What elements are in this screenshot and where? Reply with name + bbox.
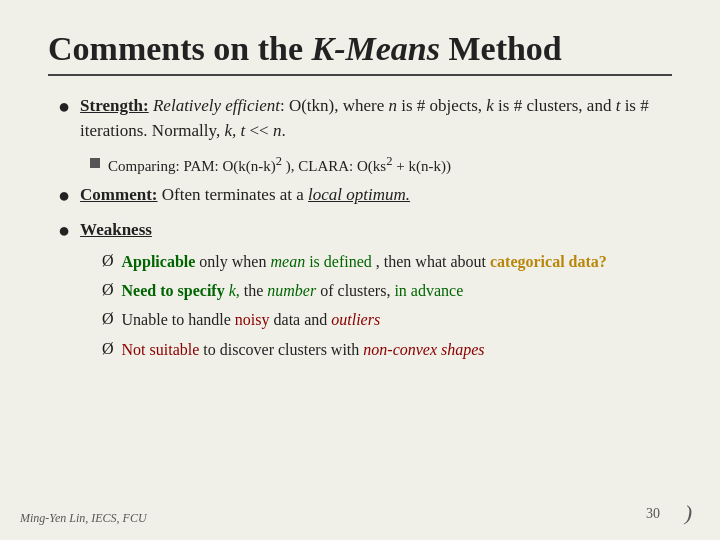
- w2-the: the: [244, 282, 268, 299]
- weakness-text-4: Not suitable to discover clusters with n…: [122, 339, 485, 361]
- weakness-item-2: Ø Need to specify k, the number of clust…: [102, 280, 672, 302]
- w1-categorical: categorical data?: [490, 253, 607, 270]
- bullet-weakness: ● Weakness: [58, 218, 672, 243]
- w1-only-when: only when: [199, 253, 270, 270]
- w2-k: k,: [229, 282, 240, 299]
- w3-noisy: noisy: [235, 311, 270, 328]
- weakness-item-4: Ø Not suitable to discover clusters with…: [102, 339, 672, 361]
- weakness-item-3: Ø Unable to handle noisy data and outlie…: [102, 309, 672, 331]
- title-italic: K-Means: [311, 30, 439, 67]
- comment-label: Comment:: [80, 185, 157, 204]
- bullet-text-comment: Comment: Often terminates at a local opt…: [80, 183, 410, 208]
- w2-number: number: [267, 282, 316, 299]
- w1-applicable: Applicable: [122, 253, 196, 270]
- w3-outliers: outliers: [331, 311, 380, 328]
- strength-label: Strength:: [80, 96, 149, 115]
- bullet-dot-weakness: ●: [58, 219, 70, 242]
- w2-in-advance: in advance: [394, 282, 463, 299]
- w2-need: Need to specify: [122, 282, 229, 299]
- sub-bullet-comparing: Comparing: PAM: O(k(n-k)2 ), CLARA: O(ks…: [90, 153, 672, 177]
- weakness-text-3: Unable to handle noisy data and outliers: [122, 309, 381, 331]
- w3-data-and: data and: [274, 311, 332, 328]
- comment-text: Often terminates at a local optimum.: [162, 185, 410, 204]
- bullet-text-weakness: Weakness: [80, 218, 152, 243]
- arrow-icon-3: Ø: [102, 310, 114, 328]
- arrow-icon-2: Ø: [102, 281, 114, 299]
- w1-then: , then what about: [376, 253, 490, 270]
- weakness-text-2: Need to specify k, the number of cluster…: [122, 280, 464, 302]
- w4-not-suitable: Not suitable: [122, 341, 200, 358]
- comparing-text: Comparing: PAM: O(k(n-k)2 ), CLARA: O(ks…: [108, 153, 451, 177]
- w3-unable: Unable to handle: [122, 311, 235, 328]
- page-number: 30: [646, 506, 660, 522]
- arrow-icon-1: Ø: [102, 252, 114, 270]
- slide: Comments on the K-Means Method ● Strengt…: [0, 0, 720, 540]
- weakness-text-1: Applicable only when mean is defined , t…: [122, 251, 607, 273]
- square-icon: [90, 158, 100, 168]
- bullet-dot-comment: ●: [58, 184, 70, 207]
- bullet-comment: ● Comment: Often terminates at a local o…: [58, 183, 672, 208]
- w4-to-discover: to discover clusters with: [203, 341, 363, 358]
- arrow-icon-4: Ø: [102, 340, 114, 358]
- weakness-item-1: Ø Applicable only when mean is defined ,…: [102, 251, 672, 273]
- w2-of-clusters: of clusters,: [320, 282, 394, 299]
- content-area: ● Strength: Relatively efficient: O(tkn)…: [48, 94, 672, 361]
- strength-relatively: Relatively efficient: [153, 96, 280, 115]
- footer-swash: ): [685, 500, 692, 526]
- w4-non-convex: non-convex shapes: [363, 341, 484, 358]
- w1-mean: mean: [270, 253, 305, 270]
- title-divider: [48, 74, 672, 76]
- local-optimum: local optimum.: [308, 185, 410, 204]
- slide-title: Comments on the K-Means Method: [48, 30, 672, 68]
- bullet-dot-strength: ●: [58, 95, 70, 118]
- bullet-strength: ● Strength: Relatively efficient: O(tkn)…: [58, 94, 672, 143]
- bullet-text-strength: Strength: Relatively efficient: O(tkn), …: [80, 94, 672, 143]
- weakness-label: Weakness: [80, 220, 152, 239]
- footer-author: Ming-Yen Lin, IECS, FCU: [20, 511, 147, 526]
- w1-is-defined: is defined: [309, 253, 372, 270]
